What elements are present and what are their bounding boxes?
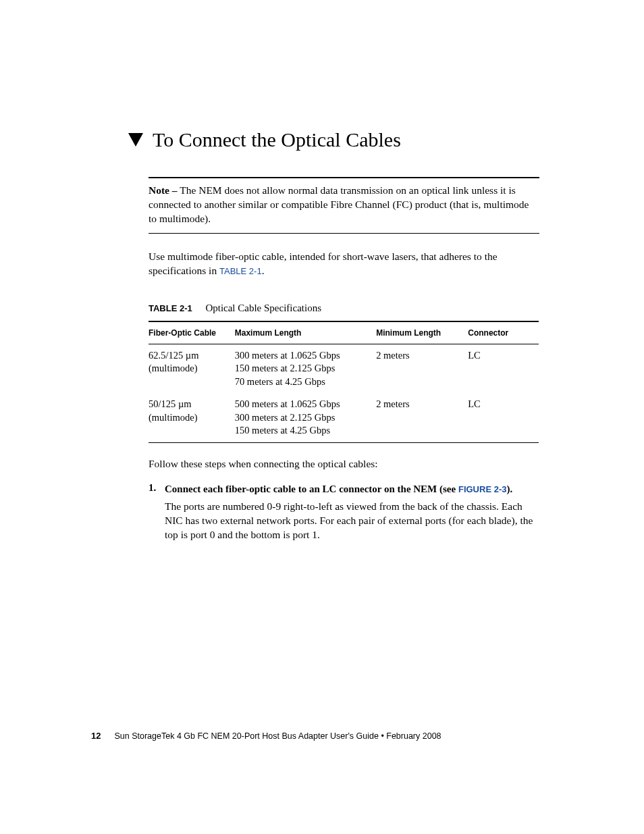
footer-text: Sun StorageTek 4 Gb FC NEM 20-Port Host … — [114, 731, 441, 741]
cell-cable: 62.5/125 µm (multimode) — [149, 344, 235, 393]
cell-conn: LC — [468, 344, 539, 393]
spec-table: Fiber-Optic Cable Maximum Length Minimum… — [149, 321, 539, 443]
table-header-row: Fiber-Optic Cable Maximum Length Minimum… — [149, 321, 539, 344]
section-heading: To Connect the Optical Cables — [128, 128, 539, 151]
th-cable: Fiber-Optic Cable — [149, 321, 235, 344]
cell-min: 2 meters — [376, 393, 468, 442]
table-caption-label: TABLE 2-1 — [149, 303, 192, 313]
table-row: 50/125 µm (multimode) 500 meters at 1.06… — [149, 393, 539, 442]
cell-max: 300 meters at 1.0625 Gbps150 meters at 2… — [235, 344, 376, 393]
intro-after: . — [262, 265, 265, 276]
step-number: 1. — [149, 482, 159, 496]
intro-paragraph: Use multimode fiber-optic cable, intende… — [149, 250, 539, 278]
cell-max: 500 meters at 1.0625 Gbps300 meters at 2… — [235, 393, 376, 442]
svg-marker-0 — [128, 133, 143, 147]
step-row: 1. Connect each fiber-optic cable to an … — [149, 482, 539, 496]
intro-before: Use multimode fiber-optic cable, intende… — [149, 251, 498, 276]
step-text-before: Connect each fiber-optic cable to an LC … — [165, 484, 458, 494]
th-conn: Connector — [468, 321, 539, 344]
step-body: The ports are numbered 0-9 right-to-left… — [165, 500, 539, 542]
note-block: Note – The NEM does not allow normal dat… — [149, 177, 539, 234]
triangle-down-icon — [128, 133, 143, 147]
page-number: 12 — [91, 731, 101, 741]
th-max: Maximum Length — [235, 321, 376, 344]
th-min: Minimum Length — [376, 321, 468, 344]
step-text-after: ). — [506, 484, 512, 494]
table-xref-link[interactable]: TABLE 2-1 — [219, 266, 262, 276]
document-page: To Connect the Optical Cables Note – The… — [0, 0, 644, 542]
table-caption-title: Optical Cable Specifications — [205, 303, 321, 313]
heading-text: To Connect the Optical Cables — [153, 128, 401, 151]
note-body: The NEM does not allow normal data trans… — [149, 184, 529, 224]
table-caption: TABLE 2-1 Optical Cable Specifications — [149, 303, 539, 314]
figure-xref-link[interactable]: FIGURE 2-3 — [458, 484, 507, 494]
follow-text: Follow these steps when connecting the o… — [149, 458, 539, 470]
cell-min: 2 meters — [376, 344, 468, 393]
note-label: Note – — [149, 184, 178, 196]
note-text: Note – The NEM does not allow normal dat… — [149, 184, 539, 226]
cell-cable: 50/125 µm (multimode) — [149, 393, 235, 442]
step-heading: Connect each fiber-optic cable to an LC … — [165, 482, 512, 496]
table-row: 62.5/125 µm (multimode) 300 meters at 1.… — [149, 344, 539, 393]
cell-conn: LC — [468, 393, 539, 442]
page-footer: 12 Sun StorageTek 4 Gb FC NEM 20-Port Ho… — [91, 731, 441, 741]
